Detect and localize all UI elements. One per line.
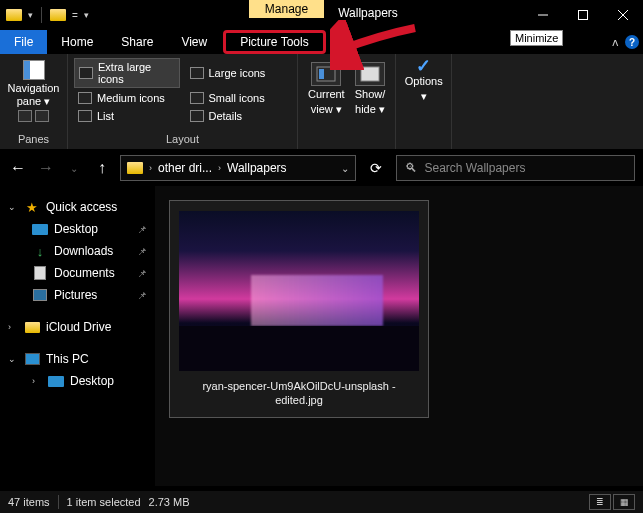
- tree-item-documents[interactable]: Documents 📌︎: [6, 262, 149, 284]
- chevron-right-icon[interactable]: ›: [218, 163, 221, 173]
- layout-icon: [190, 67, 204, 79]
- file-name: ryan-spencer-Um9AkOilDcU-unsplash -edite…: [202, 371, 395, 407]
- svg-rect-7: [361, 67, 379, 81]
- current-view-button[interactable]: Current view ▾: [304, 60, 349, 118]
- layout-details[interactable]: Details: [186, 108, 292, 124]
- qat-dropdown-icon[interactable]: ▾: [28, 10, 33, 20]
- chevron-right-icon[interactable]: ›: [32, 376, 42, 386]
- pin-icon: 📌︎: [137, 290, 147, 301]
- chevron-down-icon: ▾: [421, 90, 427, 103]
- thumbnails-view-toggle[interactable]: ▦: [613, 494, 635, 510]
- view-tab[interactable]: View: [167, 30, 221, 54]
- group-label-panes: Panes: [6, 131, 61, 147]
- layout-medium-icons[interactable]: Medium icons: [74, 90, 180, 106]
- layout-small-icons[interactable]: Small icons: [186, 90, 292, 106]
- chevron-right-icon[interactable]: ›: [149, 163, 152, 173]
- tree-item-desktop-pc[interactable]: › Desktop: [6, 370, 149, 392]
- close-button[interactable]: [603, 0, 643, 30]
- details-view-toggle[interactable]: ≣: [589, 494, 611, 510]
- separator: [41, 7, 42, 23]
- layout-icon: [190, 110, 204, 122]
- options-button[interactable]: ✓ Options ▾: [402, 58, 445, 105]
- status-size: 2.73 MB: [149, 496, 190, 508]
- folder-icon[interactable]: [50, 9, 66, 21]
- nav-pane-label-1: Navigation: [8, 82, 60, 94]
- layout-large-icons[interactable]: Large icons: [186, 58, 292, 88]
- breadcrumb-segment[interactable]: other dri...: [158, 161, 212, 175]
- folder-icon[interactable]: [6, 9, 22, 21]
- window-title: Wallpapers: [324, 0, 412, 30]
- download-icon: ↓: [32, 244, 48, 258]
- details-pane-button[interactable]: [35, 110, 49, 122]
- tree-item-downloads[interactable]: ↓ Downloads 📌︎: [6, 240, 149, 262]
- help-icon[interactable]: ?: [625, 35, 639, 49]
- tree-label: Pictures: [54, 288, 97, 302]
- chevron-down-icon: ▾: [379, 103, 385, 115]
- maximize-button[interactable]: [563, 0, 603, 30]
- qat-dropdown-icon[interactable]: ▾: [84, 10, 89, 20]
- folder-icon: [127, 162, 143, 174]
- search-icon: 🔍︎: [405, 161, 417, 175]
- recent-locations-icon[interactable]: ⌄: [64, 163, 84, 174]
- refresh-button[interactable]: ⟳: [364, 160, 388, 176]
- layout-list[interactable]: List: [74, 108, 180, 124]
- search-input[interactable]: 🔍︎ Search Wallpapers: [396, 155, 636, 181]
- preview-pane-button[interactable]: [18, 110, 32, 122]
- check-icon: ✓: [416, 60, 431, 73]
- current-view-group: Current view ▾ Show/ hide ▾: [298, 54, 396, 149]
- layout-icon: [79, 67, 93, 79]
- thumbnail-image: [179, 211, 419, 371]
- desktop-icon: [32, 224, 48, 235]
- file-list[interactable]: ryan-spencer-Um9AkOilDcU-unsplash -edite…: [155, 186, 643, 486]
- overflow-icon[interactable]: =: [72, 10, 78, 21]
- folder-icon: [25, 322, 40, 333]
- svg-rect-6: [319, 69, 324, 79]
- tree-item-pictures[interactable]: Pictures 📌︎: [6, 284, 149, 306]
- pin-icon: 📌︎: [137, 246, 147, 257]
- up-button[interactable]: ↑: [92, 159, 112, 177]
- minimize-button[interactable]: [523, 0, 563, 30]
- forward-button[interactable]: →: [36, 159, 56, 177]
- layout-extra-large-icons[interactable]: Extra large icons: [74, 58, 180, 88]
- back-button[interactable]: ←: [8, 159, 28, 177]
- layout-group: Extra large icons Large icons Medium ico…: [68, 54, 298, 149]
- chevron-right-icon[interactable]: ›: [8, 322, 18, 332]
- contextual-tab-manage[interactable]: Manage: [249, 0, 324, 18]
- chevron-down-icon[interactable]: ⌄: [8, 354, 18, 364]
- breadcrumb-segment[interactable]: Wallpapers: [227, 161, 287, 175]
- window-controls: [523, 0, 643, 30]
- tree-item-icloud[interactable]: › iCloud Drive: [6, 316, 149, 338]
- tree-label: Downloads: [54, 244, 113, 258]
- file-tab[interactable]: File: [0, 30, 47, 54]
- navigation-pane-button[interactable]: Navigationpane ▾: [6, 58, 61, 108]
- btn-label: view: [311, 103, 333, 115]
- tree-item-desktop[interactable]: Desktop 📌︎: [6, 218, 149, 240]
- tree-item-this-pc[interactable]: ⌄ This PC: [6, 348, 149, 370]
- options-group: ✓ Options ▾: [396, 54, 452, 149]
- pin-icon: 📌︎: [137, 268, 147, 279]
- address-bar[interactable]: › other dri... › Wallpapers ⌄: [120, 155, 356, 181]
- current-view-icon: [311, 62, 341, 86]
- panes-group: Navigationpane ▾ Panes: [0, 54, 68, 149]
- file-item-selected[interactable]: ryan-spencer-Um9AkOilDcU-unsplash -edite…: [169, 200, 429, 418]
- tree-item-quick-access[interactable]: ⌄ ★ Quick access: [6, 196, 149, 218]
- quick-access-toolbar: ▾ = ▾: [0, 7, 89, 23]
- tree-label: iCloud Drive: [46, 320, 111, 334]
- pin-icon: 📌︎: [137, 224, 147, 235]
- layout-label: List: [97, 110, 114, 122]
- btn-label: hide: [355, 103, 376, 115]
- show-hide-button[interactable]: Show/ hide ▾: [351, 60, 390, 118]
- layout-icon: [78, 110, 92, 122]
- chevron-down-icon[interactable]: ⌄: [8, 202, 18, 212]
- share-tab[interactable]: Share: [107, 30, 167, 54]
- group-label-empty: [304, 131, 389, 147]
- group-label-layout: Layout: [74, 131, 291, 147]
- picture-tools-tab[interactable]: Picture Tools: [223, 30, 325, 54]
- home-tab[interactable]: Home: [47, 30, 107, 54]
- navigation-tree: ⌄ ★ Quick access Desktop 📌︎ ↓ Downloads …: [0, 186, 155, 486]
- layout-label: Small icons: [209, 92, 265, 104]
- desktop-icon: [48, 376, 64, 387]
- chevron-down-icon: ▾: [336, 103, 342, 115]
- collapse-ribbon-icon[interactable]: ʌ: [612, 36, 619, 49]
- chevron-down-icon[interactable]: ⌄: [341, 163, 349, 174]
